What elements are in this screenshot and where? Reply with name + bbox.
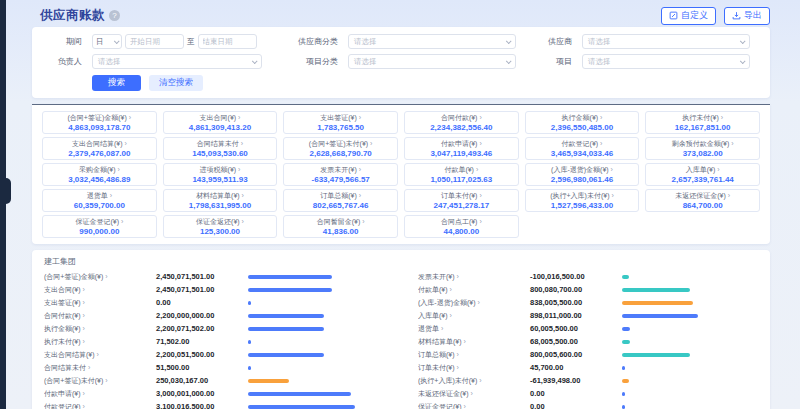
stat-tile[interactable]: 剩余预付款金额(¥) ›373,082.00 bbox=[645, 137, 760, 160]
stat-tile[interactable]: 发票未开(¥) ›-633,479,566.57 bbox=[283, 163, 398, 186]
project-category-select[interactable]: 请选择 bbox=[348, 54, 516, 69]
stat-label: (入库-退货)金额(¥) › bbox=[528, 165, 637, 175]
chevron-right-icon: › bbox=[471, 390, 473, 397]
owner-select[interactable]: 请选择 bbox=[92, 54, 262, 69]
stat-tile[interactable]: 支出合同结算(¥) ›2,379,476,087.00 bbox=[42, 137, 157, 160]
group-metric-row[interactable]: 退货单 ›60,005,500.00 bbox=[418, 322, 758, 335]
stat-tile[interactable]: 材料结算单(¥) ›1,798,631,995.00 bbox=[163, 189, 278, 212]
metric-bar bbox=[622, 327, 758, 331]
stat-value: 247,451,278.17 bbox=[407, 201, 516, 210]
group-metric-row[interactable]: 合同结算未付 ›51,500.00 bbox=[44, 361, 384, 374]
stat-tile[interactable]: 退货单 ›60,359,700.00 bbox=[42, 189, 157, 212]
stat-label: (合同+签证)未付(¥) › bbox=[286, 139, 395, 149]
stat-tile[interactable]: (执行+入库)未付(¥) ›1,527,596,433.00 bbox=[525, 189, 640, 212]
supplier-category-select[interactable]: 请选择 bbox=[348, 34, 516, 49]
stat-tile[interactable]: 订单总额(¥) ›802,665,767.46 bbox=[283, 189, 398, 212]
stat-tile[interactable]: 合同结算未付 ›145,093,530.60 bbox=[163, 137, 278, 160]
metric-label: 保证金登记(¥) › bbox=[418, 402, 530, 409]
header-actions: 自定义 导出 bbox=[661, 7, 770, 25]
group-metric-row[interactable]: (入库-退货)金额(¥) ›838,005,500.00 bbox=[418, 296, 758, 309]
group-metric-row[interactable]: (合同+签证)金额(¥) ›2,450,071,501.00 bbox=[44, 270, 384, 283]
chevron-right-icon: › bbox=[450, 286, 452, 293]
metric-bar bbox=[622, 288, 758, 292]
stat-tile[interactable]: 合同点工(¥) ›44,800.00 bbox=[404, 215, 519, 238]
group-metric-row[interactable]: 执行金额(¥) ›2,200,071,502.00 bbox=[44, 322, 384, 335]
stat-tile[interactable]: 支出签证(¥) ›1,783,765.50 bbox=[283, 111, 398, 134]
sidebar-expand-handle[interactable] bbox=[0, 178, 11, 204]
group-metric-row[interactable]: 发票未开(¥) ›-100,016,500.00 bbox=[418, 270, 758, 283]
stat-tile[interactable]: 支出合同(¥) ›4,861,309,413.20 bbox=[163, 111, 278, 134]
stat-tile[interactable]: 保证金登记(¥) ›990,000.00 bbox=[42, 215, 157, 238]
stat-label: 合同暂留金(¥) › bbox=[286, 217, 395, 227]
group-metric-row[interactable]: (合同+签证)未付(¥) ›250,030,167.00 bbox=[44, 374, 384, 387]
period-control: 日 至 bbox=[92, 34, 262, 49]
chevron-right-icon: › bbox=[129, 114, 131, 121]
end-date-input[interactable] bbox=[198, 34, 257, 49]
project-select[interactable]: 请选择 bbox=[582, 54, 750, 69]
group-metric-row[interactable]: 未返还保证金(¥) ›0.00 bbox=[418, 387, 758, 400]
stat-tile[interactable]: 执行金额(¥) ›2,396,550,485.00 bbox=[525, 111, 640, 134]
stat-tile[interactable]: 保证金返还(¥) ›125,300.00 bbox=[163, 215, 278, 238]
chevron-right-icon: › bbox=[479, 140, 481, 147]
customize-button[interactable]: 自定义 bbox=[661, 7, 716, 25]
edit-icon bbox=[669, 11, 678, 20]
group-metric-row[interactable]: 支出签证(¥) ›0.00 bbox=[44, 296, 384, 309]
search-button[interactable]: 搜索 bbox=[92, 75, 141, 91]
group-metric-row[interactable]: 支出合同(¥) ›2,450,071,501.00 bbox=[44, 283, 384, 296]
stat-tile[interactable]: 采购金额(¥) ›3,032,456,486.89 bbox=[42, 163, 157, 186]
stat-tile[interactable]: (入库-退货)金额(¥) ›2,596,980,061.46 bbox=[525, 163, 640, 186]
group-metric-row[interactable]: 支出合同结算(¥) ›2,200,051,500.00 bbox=[44, 348, 384, 361]
export-button[interactable]: 导出 bbox=[724, 7, 770, 25]
supplier-control: 请选择 bbox=[582, 34, 750, 49]
stat-tile[interactable]: 付款申请(¥) ›3,047,119,493.46 bbox=[404, 137, 519, 160]
group-metric-row[interactable]: 合同付款(¥) ›2,200,000,000.00 bbox=[44, 309, 384, 322]
stat-tile[interactable]: 订单未付(¥) ›247,451,278.17 bbox=[404, 189, 519, 212]
chevron-right-icon: › bbox=[476, 166, 478, 173]
stat-tile[interactable]: 入库单(¥) ›2,657,339,761.44 bbox=[645, 163, 760, 186]
group-metric-row[interactable]: 订单未付(¥) ›45,700.00 bbox=[418, 361, 758, 374]
page-title: 供应商账款 bbox=[40, 7, 105, 24]
group-metric-row[interactable]: 订单总额(¥) ›800,005,600.00 bbox=[418, 348, 758, 361]
clear-search-button[interactable]: 清空搜索 bbox=[149, 75, 203, 91]
metric-value: 0.00 bbox=[530, 402, 622, 409]
supplier-accounts-page: 供应商账款 ? 自定义 导出 期间 日 bbox=[0, 0, 800, 409]
metric-label: 未返还保证金(¥) › bbox=[418, 389, 530, 399]
group-metric-row[interactable]: 入库单(¥) ›898,011,000.00 bbox=[418, 309, 758, 322]
metric-value: 898,011,000.00 bbox=[530, 311, 622, 320]
stat-value: 802,665,767.46 bbox=[286, 201, 395, 210]
stat-label: 入库单(¥) › bbox=[648, 165, 757, 175]
stat-label: 付款申请(¥) › bbox=[407, 139, 516, 149]
group-metric-row[interactable]: 执行未付(¥) ›71,502.00 bbox=[44, 335, 384, 348]
metric-value: 3,000,001,000.00 bbox=[156, 389, 248, 398]
stat-tile[interactable]: 付款登记(¥) ›3,465,934,033.46 bbox=[525, 137, 640, 160]
stat-label: 退货单 › bbox=[45, 191, 154, 201]
chevron-right-icon: › bbox=[478, 299, 480, 306]
metric-label: 合同付款(¥) › bbox=[44, 311, 156, 321]
chevron-right-icon: › bbox=[121, 218, 123, 225]
stat-tile[interactable]: 进项税额(¥) ›143,959,511.93 bbox=[163, 163, 278, 186]
stat-tile[interactable]: 付款单(¥) ›1,050,117,025.63 bbox=[404, 163, 519, 186]
group-metric-row[interactable]: 付款申请(¥) ›3,000,001,000.00 bbox=[44, 387, 384, 400]
help-icon[interactable]: ? bbox=[109, 10, 120, 21]
stat-tile[interactable]: 未返还保证金(¥) ›864,700.00 bbox=[645, 189, 760, 212]
supplier-select[interactable]: 请选择 bbox=[582, 34, 750, 49]
group-metric-row[interactable]: 保证金登记(¥) ›0.00 bbox=[418, 400, 758, 409]
group-metric-row[interactable]: (执行+入库)未付(¥) ›-61,939,498.00 bbox=[418, 374, 758, 387]
period-type-select[interactable]: 日 bbox=[92, 34, 122, 49]
group-metric-row[interactable]: 付款单(¥) ›800,080,700.00 bbox=[418, 283, 758, 296]
stat-tile[interactable]: (合同+签证)未付(¥) ›2,628,668,790.70 bbox=[283, 137, 398, 160]
metric-value: 0.00 bbox=[156, 298, 248, 307]
metric-label: 执行金额(¥) › bbox=[44, 324, 156, 334]
stat-label: 合同结算未付 › bbox=[166, 139, 275, 149]
group-metric-row[interactable]: 付款登记(¥) ›3,100,016,500.00 bbox=[44, 400, 384, 409]
stat-value: 864,700.00 bbox=[648, 201, 757, 210]
stat-value: 1,527,596,433.00 bbox=[528, 201, 637, 210]
stat-tile[interactable]: 合同付款(¥) ›2,234,382,556.40 bbox=[404, 111, 519, 134]
stat-tile[interactable]: (合同+签证)金额(¥) ›4,863,093,178.70 bbox=[42, 111, 157, 134]
start-date-input[interactable] bbox=[125, 34, 184, 49]
stat-tile[interactable]: 执行未付(¥) ›162,167,851.00 bbox=[645, 111, 760, 134]
group-metric-row[interactable]: 材料结算单(¥) ›68,005,500.00 bbox=[418, 335, 758, 348]
project-category-label: 项目分类 bbox=[272, 56, 338, 67]
metric-value: 2,450,071,501.00 bbox=[156, 272, 248, 281]
stat-tile[interactable]: 合同暂留金(¥) ›41,836.00 bbox=[283, 215, 398, 238]
